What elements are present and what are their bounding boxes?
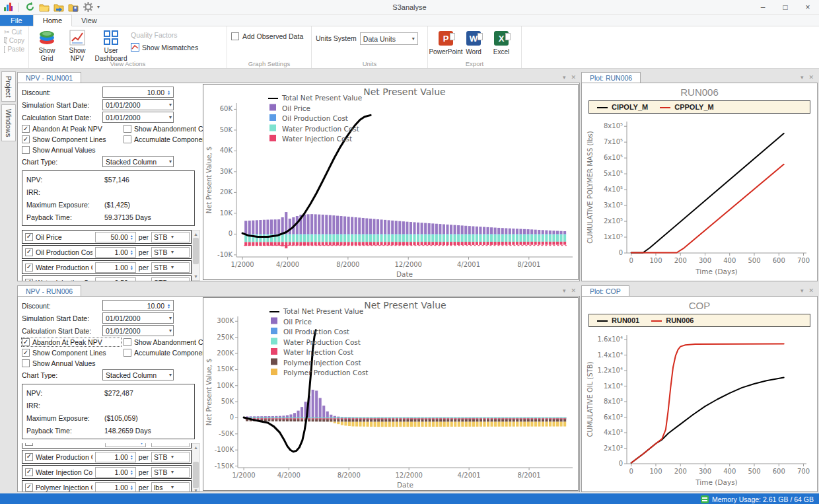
maximize-button[interactable]: □	[774, 0, 797, 14]
panel-close-icon[interactable]: ✕	[571, 287, 576, 294]
unit-dropdown[interactable]: STB▾	[151, 247, 190, 258]
checkbox-icon[interactable]	[25, 453, 33, 461]
checkbox-icon[interactable]	[25, 468, 33, 476]
cost-value-input[interactable]: 1.00▲▼	[95, 467, 136, 478]
svg-text:600: 600	[773, 257, 785, 264]
scroll-down-icon[interactable]: ▼	[194, 274, 198, 279]
chart-type-dropdown[interactable]: Stacked Column▾	[102, 369, 174, 380]
panel-close-icon[interactable]: ✕	[808, 287, 814, 294]
scroll-up-icon[interactable]: ▲	[194, 232, 198, 236]
minimize-button[interactable]: –	[752, 0, 774, 14]
show-grid-button[interactable]: Show Grid	[33, 28, 61, 60]
show-mismatches-button[interactable]: Show Mismatches	[131, 43, 202, 52]
abandon-at-peak-checkbox[interactable]: Abandon At Peak NPV	[22, 338, 121, 346]
cost-list-scrollbar[interactable]: ▲▼	[192, 230, 200, 281]
chevron-down-icon: ▾	[168, 159, 172, 164]
panel-tab-npv-run001[interactable]: NPV - RUN001	[17, 72, 81, 83]
checkbox-icon[interactable]	[25, 233, 33, 241]
unit-dropdown[interactable]: STB▾	[151, 232, 190, 242]
unit-dropdown[interactable]: STB▾	[151, 467, 190, 478]
unit-dropdown[interactable]: ▾	[151, 443, 190, 447]
add-observed-data-checkbox[interactable]: Add Observed Data	[231, 28, 303, 60]
cost-value-input[interactable]: 1.00▲▼	[95, 482, 136, 492]
cost-value-input[interactable]: 0.50▲▼	[95, 277, 136, 281]
sim-start-dropdown[interactable]: 01/01/2000▾	[102, 312, 174, 324]
cost-row[interactable]: Polymer Injection Cost1.00▲▼perlbs▾	[22, 480, 192, 491]
close-button[interactable]: ×	[797, 0, 819, 14]
show-component-lines-checkbox[interactable]: Show Component Lines	[22, 349, 121, 357]
calc-start-dropdown[interactable]: 01/01/2000▾	[102, 112, 174, 123]
spinner-icon[interactable]: ▲▼	[166, 303, 172, 308]
spinner-icon[interactable]: ▲▼	[166, 90, 172, 95]
panel-tab-npv-run006[interactable]: NPV - RUN006	[17, 285, 81, 296]
tab-view[interactable]: View	[72, 15, 106, 26]
unit-dropdown[interactable]: STB▾	[151, 262, 190, 273]
sim-start-dropdown[interactable]: 01/01/2000▾	[102, 99, 174, 110]
checkbox-icon[interactable]	[25, 279, 33, 281]
excel-export-button[interactable]: X Excel	[487, 28, 515, 60]
cost-row[interactable]: Oil Production Cost1.00▲▼perSTB▾	[22, 245, 192, 259]
panel-collapse-icon[interactable]: ▾	[801, 74, 804, 81]
scroll-up-icon[interactable]: ▲	[194, 445, 198, 450]
svg-text:Date: Date	[396, 270, 413, 278]
panel-collapse-icon[interactable]: ▾	[563, 287, 566, 294]
save-folder-icon[interactable]	[68, 2, 79, 13]
scroll-down-icon[interactable]: ▼	[194, 488, 198, 492]
cost-value-input[interactable]: ▲▼	[105, 443, 146, 447]
cost-row[interactable]: Water Injection Cost0.50▲▼perSTB▾	[22, 275, 192, 281]
abandon-at-peak-checkbox[interactable]: Abandon At Peak NPV	[22, 125, 121, 133]
tab-file[interactable]: File	[0, 15, 33, 26]
cost-value-input[interactable]: 1.00▲▼	[95, 452, 136, 462]
cost-value-input[interactable]: 1.00▲▼	[95, 262, 136, 273]
svg-text:4x10³: 4x10³	[604, 429, 623, 436]
word-export-button[interactable]: W Word	[460, 28, 487, 60]
show-npv-button[interactable]: Show NPV	[63, 28, 91, 60]
show-annual-values-checkbox[interactable]: Show Annual Values	[22, 146, 121, 154]
svg-text:0: 0	[229, 230, 232, 237]
open-folder-icon[interactable]	[39, 2, 50, 13]
npv-value: $57,146	[104, 176, 129, 184]
tab-home[interactable]: Home	[33, 15, 72, 26]
cost-row[interactable]: ▲▼▾	[22, 443, 192, 449]
checkbox-icon[interactable]	[25, 443, 33, 446]
show-component-lines-checkbox[interactable]: Show Component Lines	[22, 135, 121, 143]
powerpoint-export-button[interactable]: P PowerPoint	[432, 28, 460, 60]
unit-dropdown[interactable]: STB▾	[151, 452, 190, 462]
checkbox-icon[interactable]	[25, 484, 33, 491]
panel-close-icon[interactable]: ✕	[571, 74, 576, 81]
cost-value-input[interactable]: 1.00▲▼	[95, 247, 136, 258]
checkbox-icon[interactable]	[25, 248, 33, 256]
discount-input[interactable]: 10.00▲▼	[102, 300, 174, 311]
calc-start-dropdown[interactable]: 01/01/2000▾	[102, 325, 174, 336]
layers-icon	[38, 30, 55, 46]
settings-gear-icon[interactable]	[83, 2, 93, 13]
cost-row[interactable]: Water Production Cost1.00▲▼perSTB▾	[22, 260, 192, 274]
panel-tab-plot-cop[interactable]: Plot: COP	[581, 285, 629, 296]
discount-input[interactable]: 10.00▲▼	[102, 87, 174, 98]
sidebar-tab-windows[interactable]: Windows	[1, 104, 16, 141]
cost-row[interactable]: Water Injection Cost1.00▲▼perSTB▾	[22, 465, 192, 479]
unit-dropdown[interactable]: lbs▾	[151, 482, 190, 492]
cost-row[interactable]: Water Production Cost1.00▲▼perSTB▾	[22, 450, 192, 464]
chart-type-dropdown[interactable]: Stacked Column▾	[102, 156, 174, 167]
svg-text:10K: 10K	[220, 209, 233, 217]
toolbar-dropdown-icon[interactable]: ▾	[97, 4, 100, 10]
panel-collapse-icon[interactable]: ▾	[563, 74, 566, 81]
unit-dropdown[interactable]: STB▾	[151, 277, 190, 281]
panel-close-icon[interactable]: ✕	[808, 74, 814, 81]
cumulative-oil-chart: 02x10³4x10³6x10³8x10³1x10⁴1.2x10⁴1.4x10⁴…	[585, 330, 814, 490]
svg-text:4/2000: 4/2000	[277, 472, 301, 479]
npv-form-run006: Discount: 10.00▲▼ Simulation Start Date:…	[18, 297, 203, 491]
user-dashboard-button[interactable]: User Dashboard	[94, 28, 128, 60]
units-system-dropdown[interactable]: Data Units ▾	[360, 32, 418, 45]
checkbox-icon[interactable]	[25, 264, 33, 271]
cost-value-input[interactable]: 50.00▲▼	[95, 232, 136, 242]
panel-collapse-icon[interactable]: ▾	[801, 287, 804, 294]
import-folder-icon[interactable]	[53, 2, 64, 13]
refresh-icon[interactable]	[24, 2, 35, 13]
cost-list-scrollbar[interactable]: ▲▼	[192, 443, 200, 491]
show-annual-values-checkbox[interactable]: Show Annual Values	[22, 359, 121, 367]
sidebar-tab-project[interactable]: Project	[1, 71, 16, 102]
cost-row[interactable]: Oil Price50.00▲▼perSTB▾	[22, 230, 192, 244]
panel-tab-plot-run006[interactable]: Plot: RUN006	[581, 72, 641, 83]
